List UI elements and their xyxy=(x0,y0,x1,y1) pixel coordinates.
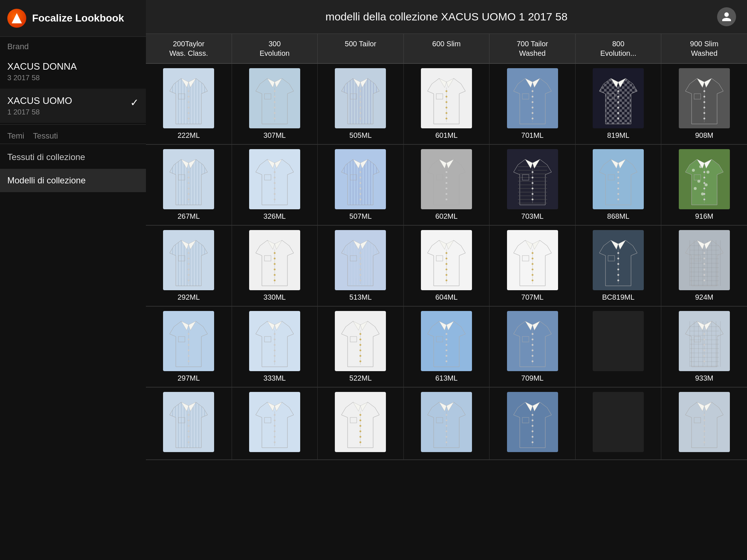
svg-point-221 xyxy=(188,268,190,270)
sidebar-nav-modelli[interactable]: Modelli di collezione xyxy=(0,169,146,192)
sidebar-item-xacus-uomo[interactable]: XACUS UOMO 1 2017 58 ✓ xyxy=(0,89,146,123)
app-logo xyxy=(7,9,26,28)
svg-point-79 xyxy=(618,101,619,103)
grid-cell-0-5[interactable]: 819ML xyxy=(576,64,662,144)
grid-cell-2-0[interactable]: 292ML xyxy=(146,226,232,306)
app-title: Focalize Lookbook xyxy=(32,12,124,24)
svg-point-370 xyxy=(703,349,705,351)
sidebar-item-xacus-donna[interactable]: XACUS DONNA 3 2017 58 xyxy=(0,54,146,89)
grid-cell-0-1[interactable]: 307ML xyxy=(232,64,318,144)
grid-cell-4-6[interactable] xyxy=(661,388,747,459)
svg-point-114 xyxy=(188,193,190,195)
svg-point-252 xyxy=(360,257,361,259)
grid-cell-2-4[interactable]: 707ML xyxy=(489,226,576,306)
grid-content[interactable]: 222ML307ML505ML601ML701ML819ML908M267ML3… xyxy=(146,64,747,560)
grid-cell-2-5[interactable]: BC819ML xyxy=(576,226,662,306)
svg-point-428 xyxy=(531,436,533,438)
svg-point-405 xyxy=(274,441,275,443)
grid-cell-0-3[interactable]: 601ML xyxy=(404,64,490,144)
svg-point-341 xyxy=(531,333,533,335)
user-icon-button[interactable] xyxy=(717,7,736,26)
col-header-6: 900 Slim Washed xyxy=(661,34,747,63)
shirt-image xyxy=(421,149,472,209)
svg-point-173 xyxy=(531,187,533,189)
main-panel: modelli della collezione XACUS UOMO 1 20… xyxy=(146,0,747,560)
svg-point-23 xyxy=(188,117,190,119)
grid-row-2: 292ML330ML513ML604ML707MLBC819ML924M xyxy=(146,226,747,307)
sidebar-nav-tessuti[interactable]: Tessuti di collezione xyxy=(0,145,146,169)
svg-point-155 xyxy=(446,193,448,195)
svg-point-62 xyxy=(446,106,448,108)
grid-cell-3-3[interactable]: 613ML xyxy=(404,307,490,387)
page-title: modelli della collezione XACUS UOMO 1 20… xyxy=(176,11,717,23)
grid-cell-3-6[interactable]: 933M xyxy=(661,307,747,387)
svg-point-269 xyxy=(531,263,533,265)
svg-point-154 xyxy=(446,187,448,189)
grid-cell-0-0[interactable]: 222ML xyxy=(146,64,232,144)
grid-cell-2-3[interactable]: 604ML xyxy=(404,226,490,306)
svg-point-147 xyxy=(360,193,361,195)
grid-cell-2-2[interactable]: 513ML xyxy=(318,226,404,306)
col-header-4: 700 Tailor Washed xyxy=(489,34,576,63)
grid-cell-0-6[interactable]: 908M xyxy=(661,64,747,144)
svg-point-264 xyxy=(446,279,448,281)
svg-point-27 xyxy=(274,96,275,97)
grid-cell-1-1[interactable]: 326ML xyxy=(232,145,318,225)
column-headers: 200Taylor Was. Class.300 Evolution500 Ta… xyxy=(146,34,747,64)
cell-label-2-5: BC819ML xyxy=(602,293,635,302)
shirt-image xyxy=(335,230,386,290)
shirt-image xyxy=(507,311,558,371)
grid-cell-3-4[interactable]: 709ML xyxy=(489,307,576,387)
svg-point-267 xyxy=(531,252,533,254)
grid-cell-1-6[interactable]: 916M xyxy=(661,145,747,225)
svg-point-70 xyxy=(531,106,533,108)
svg-point-151 xyxy=(446,171,448,173)
grid-cell-2-6[interactable]: 924M xyxy=(661,226,747,306)
svg-point-346 xyxy=(531,360,533,362)
svg-point-175 xyxy=(531,198,533,200)
svg-point-115 xyxy=(188,198,190,200)
grid-cell-3-1[interactable]: 333ML xyxy=(232,307,318,387)
grid-cell-1-4[interactable]: 703ML xyxy=(489,145,576,225)
svg-point-195 xyxy=(703,182,705,184)
svg-point-21 xyxy=(188,106,190,108)
shirt-image xyxy=(593,230,644,290)
grid-cell-3-5[interactable] xyxy=(576,307,662,387)
svg-point-110 xyxy=(188,171,190,173)
svg-point-29 xyxy=(274,106,275,108)
svg-point-59 xyxy=(446,90,448,92)
svg-point-60 xyxy=(446,96,448,97)
grid-row-3: 297ML333ML522ML613ML709ML933M xyxy=(146,307,747,388)
cell-label-2-0: 292ML xyxy=(178,293,200,302)
svg-point-28 xyxy=(274,101,275,103)
svg-point-218 xyxy=(188,252,190,254)
svg-point-113 xyxy=(188,187,190,189)
svg-point-123 xyxy=(274,198,275,200)
grid-cell-0-2[interactable]: 505ML xyxy=(318,64,404,144)
grid-cell-1-2[interactable]: 507ML xyxy=(318,145,404,225)
grid-cell-4-2[interactable] xyxy=(318,388,404,459)
col-header-1: 300 Evolution xyxy=(232,34,318,63)
grid-cell-1-5[interactable]: 868ML xyxy=(576,145,662,225)
grid-cell-3-0[interactable]: 297ML xyxy=(146,307,232,387)
grid-cell-4-4[interactable] xyxy=(489,388,576,459)
grid-cell-4-1[interactable] xyxy=(232,388,318,459)
svg-point-413 xyxy=(360,441,361,443)
grid-cell-1-0[interactable]: 267ML xyxy=(146,145,232,225)
grid-cell-2-1[interactable]: 330ML xyxy=(232,226,318,306)
grid-cell-3-2[interactable]: 522ML xyxy=(318,307,404,387)
grid-cell-1-3[interactable]: 602ML xyxy=(404,145,490,225)
svg-point-156 xyxy=(446,198,448,200)
svg-point-180 xyxy=(618,182,619,184)
svg-point-256 xyxy=(360,279,361,281)
grid-cell-4-0[interactable] xyxy=(146,388,232,459)
svg-point-262 xyxy=(446,268,448,270)
grid-cell-0-4[interactable]: 701ML xyxy=(489,64,576,144)
svg-point-121 xyxy=(274,187,275,189)
grid-cell-4-3[interactable] xyxy=(404,388,490,459)
svg-point-231 xyxy=(274,279,275,281)
grid-cell-4-5[interactable] xyxy=(576,388,662,459)
shirt-image xyxy=(679,392,730,452)
svg-point-228 xyxy=(274,263,275,265)
cell-label-1-6: 916M xyxy=(695,212,713,221)
